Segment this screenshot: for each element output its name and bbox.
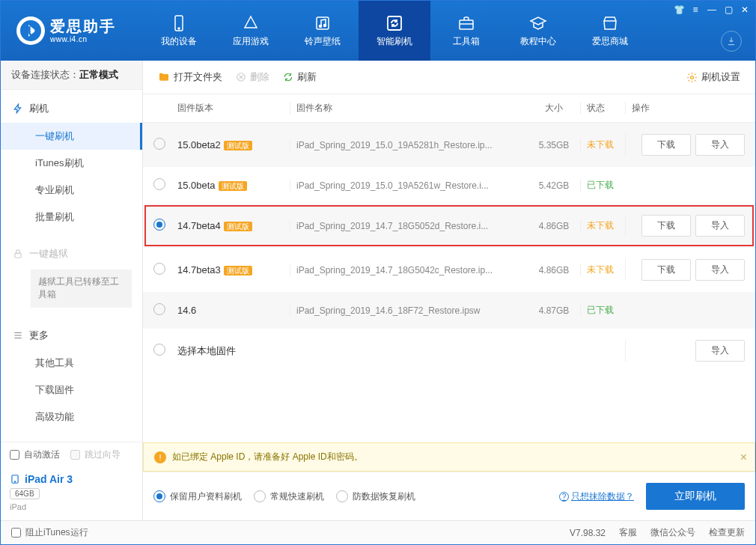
- download-button[interactable]: 下载: [641, 215, 691, 237]
- svg-rect-4: [317, 17, 329, 29]
- firmware-status: 未下载: [580, 264, 625, 276]
- block-itunes-label: 阻止iTunes运行: [25, 526, 88, 539]
- sidebar-item-other-tools[interactable]: 其他工具: [1, 350, 142, 377]
- wechat-link[interactable]: 微信公众号: [650, 526, 695, 539]
- row-radio[interactable]: [153, 303, 165, 315]
- download-button[interactable]: 下载: [641, 259, 691, 281]
- row-radio[interactable]: [153, 178, 165, 190]
- appstore-icon: [242, 14, 260, 32]
- open-folder-button[interactable]: 打开文件夹: [153, 68, 227, 86]
- import-button[interactable]: 导入: [695, 215, 745, 237]
- nav-flash[interactable]: 智能刷机: [359, 1, 430, 61]
- sidebar-item-batch[interactable]: 批量刷机: [1, 204, 142, 231]
- th-status: 状态: [580, 102, 625, 115]
- nav-apps[interactable]: 应用游戏: [215, 1, 287, 61]
- flash-icon: [13, 103, 23, 114]
- sidebar-item-pro[interactable]: 专业刷机: [1, 177, 142, 204]
- nav-label: 智能刷机: [377, 35, 412, 48]
- sidebar-item-itunes[interactable]: iTunes刷机: [1, 150, 142, 177]
- table-row[interactable]: 14.7beta4测试版 iPad_Spring_2019_14.7_18G50…: [143, 204, 755, 248]
- sidebar: 设备连接状态：正常模式 刷机 一键刷机 iTunes刷机 专业刷机 批量刷机 一…: [1, 61, 143, 520]
- sidebar-head-more[interactable]: 更多: [1, 321, 142, 350]
- firmware-version: 14.7beta3: [177, 264, 221, 275]
- download-button[interactable]: 下载: [641, 134, 691, 156]
- flash-opt-fast[interactable]: 常规快速刷机: [254, 490, 324, 503]
- svg-point-6: [324, 24, 326, 26]
- beta-tag: 测试版: [224, 266, 252, 275]
- win-maximize-icon[interactable]: ▢: [722, 4, 734, 16]
- warning-icon: !: [154, 451, 166, 463]
- nav-label: 我的设备: [161, 35, 197, 48]
- brand-subtitle: www.i4.cn: [50, 35, 116, 44]
- nav-mydevice[interactable]: 我的设备: [143, 1, 215, 61]
- row-radio[interactable]: [153, 263, 165, 275]
- win-close-icon[interactable]: ✕: [739, 4, 751, 16]
- table-row[interactable]: 15.0beta测试版 iPad_Spring_2019_15.0_19A526…: [143, 167, 755, 204]
- title-bar: iU 爱思助手 www.i4.cn 我的设备 应用游戏 铃声壁纸 智能刷机 工具…: [1, 1, 755, 61]
- sidebar-item-dl-firmware[interactable]: 下载固件: [1, 377, 142, 404]
- device-info[interactable]: iPad Air 3 64GB iPad: [1, 467, 142, 520]
- row-radio[interactable]: [153, 138, 165, 150]
- check-update-link[interactable]: 检查更新: [709, 526, 745, 539]
- flash-options-bar: 保留用户资料刷机 常规快速刷机 防数据恢复刷机 ?只想抹除数据？ 立即刷机: [143, 472, 755, 520]
- win-menu-icon[interactable]: ≡: [689, 4, 701, 16]
- erase-data-link[interactable]: ?只想抹除数据？: [559, 490, 634, 503]
- sidebar-item-advanced[interactable]: 高级功能: [1, 404, 142, 430]
- shop-icon: [601, 14, 619, 32]
- row-radio[interactable]: [153, 344, 165, 356]
- appleid-alert: ! 如已绑定 Apple ID，请准备好 Apple ID和密码。 ×: [143, 442, 755, 472]
- refresh-icon: [283, 72, 293, 82]
- flash-settings-button[interactable]: 刷机设置: [682, 68, 745, 86]
- gear-icon: [686, 72, 698, 83]
- brand-title: 爱思助手: [50, 18, 116, 35]
- svg-text:iU: iU: [24, 24, 37, 39]
- block-itunes-checkbox[interactable]: [11, 528, 21, 538]
- nav-ring[interactable]: 铃声壁纸: [287, 1, 359, 61]
- nav-label: 教程中心: [520, 35, 556, 48]
- table-row-local[interactable]: 选择本地固件 导入: [143, 329, 755, 373]
- nav-tutorials[interactable]: 教程中心: [502, 1, 574, 61]
- table-row[interactable]: 14.7beta3测试版 iPad_Spring_2019_14.7_18G50…: [143, 248, 755, 292]
- flash-opt-recover[interactable]: 防数据恢复刷机: [336, 490, 415, 503]
- auto-activate-checkbox[interactable]: [10, 450, 19, 460]
- sidebar-item-onekey[interactable]: 一键刷机: [1, 123, 142, 150]
- customer-service-link[interactable]: 客服: [619, 526, 637, 539]
- alert-close-icon[interactable]: ×: [740, 451, 747, 464]
- jailbreak-note[interactable]: 越狱工具已转移至工具箱: [31, 270, 132, 308]
- skip-wizard-checkbox[interactable]: [70, 450, 80, 460]
- refresh-button[interactable]: 刷新: [278, 68, 321, 86]
- win-skin-icon[interactable]: 👕: [673, 4, 685, 16]
- toolbox-icon: [457, 14, 475, 32]
- table-row[interactable]: 14.6 iPad_Spring_2019_14.6_18F72_Restore…: [143, 292, 755, 329]
- row-ops: 下载导入: [625, 259, 745, 281]
- row-radio[interactable]: [153, 219, 165, 231]
- table-header: 固件版本 固件名称 大小 状态 操作: [143, 94, 755, 123]
- import-button[interactable]: 导入: [695, 134, 745, 156]
- conn-label: 设备连接状态：: [11, 69, 79, 80]
- firmware-rows: 15.0beta2测试版 iPad_Spring_2019_15.0_19A52…: [143, 123, 755, 442]
- win-minimize-icon[interactable]: —: [706, 4, 718, 16]
- lock-icon: [13, 249, 23, 259]
- th-ops: 操作: [625, 102, 745, 115]
- import-button[interactable]: 导入: [695, 340, 745, 362]
- svg-point-11: [14, 481, 15, 482]
- delete-button[interactable]: 删除: [231, 68, 274, 86]
- skip-wizard-label: 跳过向导: [85, 448, 121, 461]
- graduation-icon: [529, 14, 547, 32]
- question-icon: ?: [559, 492, 569, 502]
- firmware-size: 4.86GB: [528, 221, 580, 231]
- logo-area: iU 爱思助手 www.i4.cn: [1, 1, 143, 61]
- firmware-filename: iPad_Spring_2019_14.6_18F72_Restore.ipsw: [290, 305, 528, 316]
- svg-rect-9: [15, 253, 21, 258]
- import-button[interactable]: 导入: [695, 259, 745, 281]
- flash-opt-keep[interactable]: 保留用户资料刷机: [153, 490, 242, 503]
- download-status-icon[interactable]: [721, 31, 742, 52]
- flash-now-button[interactable]: 立即刷机: [646, 483, 745, 510]
- sidebar-head-flash[interactable]: 刷机: [1, 94, 142, 123]
- table-row[interactable]: 15.0beta2测试版 iPad_Spring_2019_15.0_19A52…: [143, 123, 755, 167]
- nav-label: 应用游戏: [233, 35, 269, 48]
- firmware-status: 未下载: [580, 219, 625, 232]
- nav-shop[interactable]: 爱思商城: [574, 1, 646, 61]
- nav-tools[interactable]: 工具箱: [430, 1, 502, 61]
- firmware-status: 已下载: [580, 179, 625, 192]
